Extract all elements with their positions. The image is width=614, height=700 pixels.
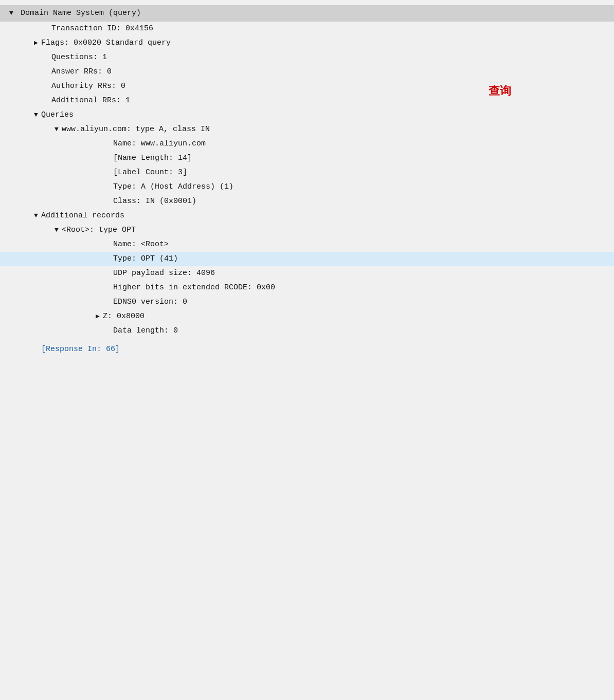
type-label: Type: A (Host Address) (1)	[113, 181, 233, 193]
udp-payload-label: UDP payload size: 4096	[113, 267, 215, 280]
row-z-value: Z: 0x8000	[0, 309, 614, 324]
queries-label: Queries	[41, 109, 74, 121]
row-udp-payload: ▶ UDP payload size: 4096	[0, 266, 614, 281]
chinese-annotation: 查询	[489, 83, 511, 99]
row-response-in: ▶ [Response In: 66]	[0, 342, 614, 357]
questions-label: Questions: 1	[51, 51, 107, 64]
row-queries: Queries	[0, 108, 614, 122]
additional-records-label: Additional records	[41, 210, 124, 222]
z-arrow[interactable]	[93, 311, 103, 322]
transaction-id-label: Transaction ID: 0x4156	[51, 23, 153, 35]
header-arrow[interactable]	[6, 8, 16, 19]
name-label: Name: www.aliyun.com	[113, 138, 206, 150]
row-additional-rrs: ▶ Additional RRs: 1	[0, 94, 614, 108]
row-root-opt: <Root>: type OPT	[0, 223, 614, 237]
dns-header-label: Domain Name System (query)	[21, 7, 141, 20]
edns0-version-label: EDNS0 version: 0	[113, 296, 187, 308]
query-entry-label: www.aliyun.com: type A, class IN	[62, 123, 210, 136]
query-entry-arrow[interactable]	[51, 124, 62, 135]
dns-header-row: Domain Name System (query)	[0, 5, 614, 22]
answer-rrs-label: Answer RRs: 0	[51, 66, 112, 78]
row-query-entry: www.aliyun.com: type A, class IN	[0, 122, 614, 137]
root-name-label: Name: <Root>	[113, 238, 169, 251]
authority-rrs-label: Authority RRs: 0	[51, 80, 125, 93]
higher-bits-label: Higher bits in extended RCODE: 0x00	[113, 282, 275, 294]
row-edns0-version: ▶ EDNS0 version: 0	[0, 295, 614, 309]
row-root-name: ▶ Name: <Root>	[0, 237, 614, 252]
row-type: ▶ Type: A (Host Address) (1)	[0, 180, 614, 194]
response-in-label: [Response In: 66]	[41, 343, 120, 356]
flags-arrow[interactable]	[31, 38, 41, 49]
label-count-label: [Label Count: 3]	[113, 167, 187, 179]
row-answer-rrs: ▶ Answer RRs: 0	[0, 65, 614, 79]
row-flags: Flags: 0x0020 Standard query	[0, 36, 614, 50]
z-value-label: Z: 0x8000	[103, 310, 145, 323]
row-questions: ▶ Questions: 1	[0, 50, 614, 65]
queries-arrow[interactable]	[31, 110, 41, 121]
dns-tree: Domain Name System (query) 查询 ▶ Transact…	[0, 0, 614, 700]
root-opt-label: <Root>: type OPT	[62, 224, 136, 236]
name-length-label: [Name Length: 14]	[113, 152, 192, 164]
row-name: ▶ Name: www.aliyun.com	[0, 137, 614, 151]
additional-rrs-label: Additional RRs: 1	[51, 95, 130, 107]
flags-label: Flags: 0x0020 Standard query	[41, 37, 171, 49]
row-authority-rrs: ▶ Authority RRs: 0	[0, 79, 614, 94]
row-name-length: ▶ [Name Length: 14]	[0, 151, 614, 165]
content-area: 查询 ▶ Transaction ID: 0x4156 Flags: 0x002…	[0, 22, 614, 357]
row-label-count: ▶ [Label Count: 3]	[0, 165, 614, 180]
row-type-opt[interactable]: ▶ Type: OPT (41)	[0, 252, 614, 266]
row-additional-records: Additional records	[0, 209, 614, 223]
additional-records-arrow[interactable]	[31, 211, 41, 222]
row-transaction-id: ▶ Transaction ID: 0x4156	[0, 22, 614, 36]
class-label: Class: IN (0x0001)	[113, 195, 196, 208]
row-data-length: ▶ Data length: 0	[0, 324, 614, 338]
type-opt-label: Type: OPT (41)	[113, 253, 178, 265]
row-class: ▶ Class: IN (0x0001)	[0, 194, 614, 209]
root-opt-arrow[interactable]	[51, 225, 62, 236]
data-length-label: Data length: 0	[113, 325, 178, 337]
row-higher-bits: ▶ Higher bits in extended RCODE: 0x00	[0, 281, 614, 295]
